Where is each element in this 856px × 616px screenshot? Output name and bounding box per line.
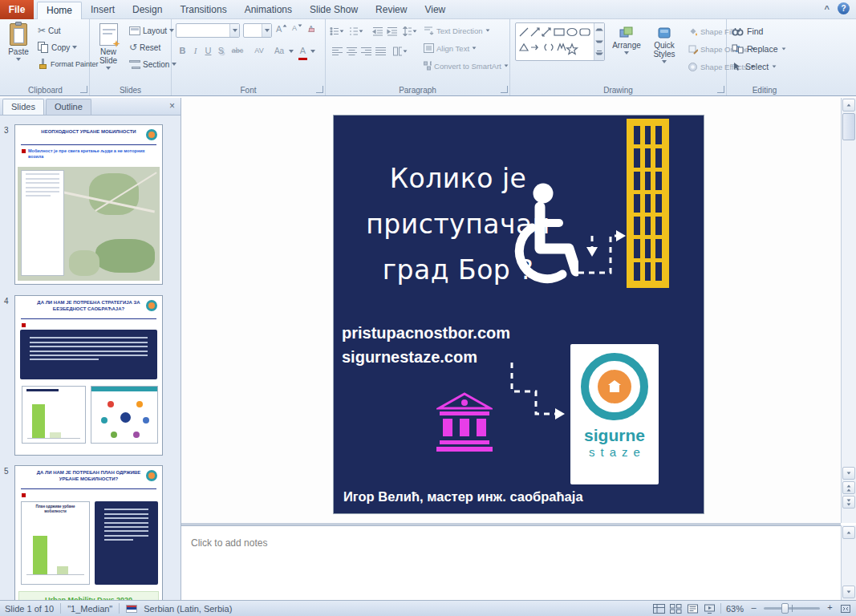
change-case-button[interactable]: Aa [271, 44, 287, 58]
thumbnail-slide-3[interactable]: НЕОПХОДНОСТ УРБАНЕ МОБИЛНОСТИ Мобилност … [14, 124, 163, 285]
text-shadow-button[interactable]: S [215, 44, 227, 58]
font-name-combo[interactable] [176, 23, 240, 38]
thumbnail-3-map-image [18, 167, 160, 281]
tab-slide-show[interactable]: Slide Show [301, 2, 367, 19]
slide-sorter-button[interactable] [670, 604, 682, 614]
next-slide-button[interactable] [842, 496, 855, 509]
slide-urls[interactable]: pristupacnostbor.com sigurnestaze.com [342, 321, 510, 369]
drawing-dialog-launcher[interactable] [717, 86, 724, 93]
fit-to-window-button[interactable] [840, 604, 851, 614]
justify-button[interactable] [373, 44, 387, 59]
reset-button[interactable]: ↺ Reset [127, 39, 163, 55]
cut-button[interactable]: ✂ Cut [35, 22, 63, 38]
help-icon[interactable]: ? [838, 2, 850, 14]
grow-font-button[interactable]: A [276, 24, 287, 34]
drawing-group: Arrange Quick Styles Shape Fill Shape Ou… [510, 19, 727, 95]
scrollbar-thumb[interactable] [842, 113, 855, 140]
tab-slides[interactable]: Slides [2, 99, 44, 115]
reading-view-button[interactable] [687, 604, 699, 614]
tab-insert[interactable]: Insert [82, 2, 124, 19]
slide-author-text[interactable]: Игор Велић, мастер инж. саобраћаја [343, 489, 583, 505]
font-dialog-launcher[interactable] [316, 86, 323, 93]
thumbnail-slide-4[interactable]: ДА ЛИ НАМ ЈЕ ПОТРЕБНА СТРАТЕГИЈА ЗА БЕЗБ… [14, 295, 163, 456]
tab-review[interactable]: Review [367, 2, 416, 19]
decrease-indent-icon [372, 26, 383, 36]
copy-button[interactable]: Copy [35, 39, 79, 55]
align-right-button[interactable] [359, 44, 373, 59]
notes-scroll-up-button[interactable] [842, 526, 855, 539]
new-slide-button[interactable]: New Slide [91, 21, 125, 82]
align-center-button[interactable] [344, 44, 359, 59]
find-button[interactable]: Find [732, 23, 763, 39]
slides-group: New Slide Layout ↺ Reset Section Slides [90, 19, 172, 95]
tab-design[interactable]: Design [124, 2, 171, 19]
zoom-out-button[interactable]: – [748, 603, 759, 614]
language-status[interactable]: Serbian (Latin, Serbia) [144, 604, 232, 614]
quick-styles-button[interactable]: Quick Styles [645, 21, 684, 82]
font-size-caret-icon[interactable] [262, 24, 271, 37]
close-panel-icon[interactable]: × [169, 101, 175, 111]
scroll-up-button[interactable] [842, 99, 855, 111]
arrange-button[interactable]: Arrange [608, 21, 645, 82]
font-color-button[interactable]: A [297, 44, 309, 58]
zoom-slider[interactable] [764, 607, 820, 610]
strikethrough-button[interactable]: abc [229, 44, 245, 58]
slide-canvas[interactable]: Колико је приступачан град Бор ? [333, 115, 704, 514]
convert-to-smartart-button[interactable]: Convert to SmartArt [424, 58, 509, 74]
status-bar: Slide 1 of 10 "1_Median" Serbian (Latin,… [0, 600, 856, 616]
zoom-in-button[interactable]: + [825, 603, 835, 614]
notes-scrollbar[interactable] [841, 525, 856, 600]
align-left-button[interactable] [330, 44, 344, 59]
tab-view[interactable]: View [416, 2, 454, 19]
file-tab[interactable]: File [0, 0, 34, 19]
line-spacing-button[interactable] [403, 24, 417, 38]
clipboard-dialog-launcher[interactable] [80, 86, 87, 93]
tab-outline[interactable]: Outline [46, 99, 91, 115]
font-name-caret-icon[interactable] [229, 24, 239, 37]
select-button[interactable]: Select [732, 59, 777, 75]
columns-button[interactable] [393, 44, 408, 59]
zoom-level[interactable]: 63% [726, 604, 744, 614]
scroll-down-button[interactable] [842, 467, 855, 480]
numbering-button[interactable] [349, 24, 363, 38]
text-direction-label: Text Direction [436, 26, 483, 35]
thumbnail-slide-5[interactable]: ДА ЛИ НАМ ЈЕ ПОТРЕБАН ПЛАН ОДРЖИВЕ УРБАН… [14, 465, 163, 600]
shape-effects-icon [688, 62, 698, 72]
url-line1: pristupacnostbor.com [342, 321, 510, 345]
notes-pane[interactable]: Click to add notes [181, 525, 841, 600]
tab-home[interactable]: Home [37, 2, 82, 19]
bullets-button[interactable] [330, 24, 344, 38]
increase-indent-button[interactable] [385, 24, 400, 38]
shapes-gallery[interactable] [515, 22, 605, 61]
grow-font-label: A [276, 24, 282, 34]
character-spacing-button[interactable]: AV [252, 44, 266, 58]
paste-button[interactable]: Paste [3, 21, 34, 82]
previous-slide-button[interactable] [842, 481, 855, 494]
sigurne-staze-logo: sigurne staze [570, 344, 659, 484]
tab-animations[interactable]: Animations [236, 2, 301, 19]
paragraph-dialog-launcher[interactable] [501, 86, 508, 93]
text-direction-button[interactable]: Text Direction [424, 22, 509, 38]
drawing-group-label: Drawing [510, 86, 726, 95]
decrease-indent-button[interactable] [371, 24, 385, 38]
zoom-slider-thumb[interactable] [781, 603, 789, 614]
bullets-caret-icon [340, 30, 344, 32]
clear-formatting-button[interactable]: A [308, 24, 314, 34]
shapes-gallery-scroll[interactable] [594, 23, 604, 60]
vertical-scrollbar[interactable] [841, 98, 856, 523]
minimize-ribbon-icon[interactable]: ^ [825, 4, 830, 14]
underline-button[interactable]: U [202, 44, 214, 58]
replace-button[interactable]: Replace [732, 41, 786, 57]
layout-button[interactable]: Layout [127, 22, 176, 38]
notes-scroll-down-button[interactable] [842, 586, 855, 598]
thumbnail-5-chart-caption: План одрживе урбане мобилности [22, 505, 89, 514]
font-size-combo[interactable] [243, 23, 272, 38]
thumbnail-3-logo-icon [146, 129, 157, 140]
italic-button[interactable]: I [189, 44, 201, 58]
bold-button[interactable]: B [176, 44, 189, 58]
shrink-font-button[interactable]: A [292, 24, 302, 32]
normal-view-button[interactable] [653, 604, 665, 614]
tab-transitions[interactable]: Transitions [171, 2, 235, 19]
slideshow-button[interactable] [704, 604, 716, 614]
align-text-button[interactable]: Align Text [424, 40, 509, 56]
